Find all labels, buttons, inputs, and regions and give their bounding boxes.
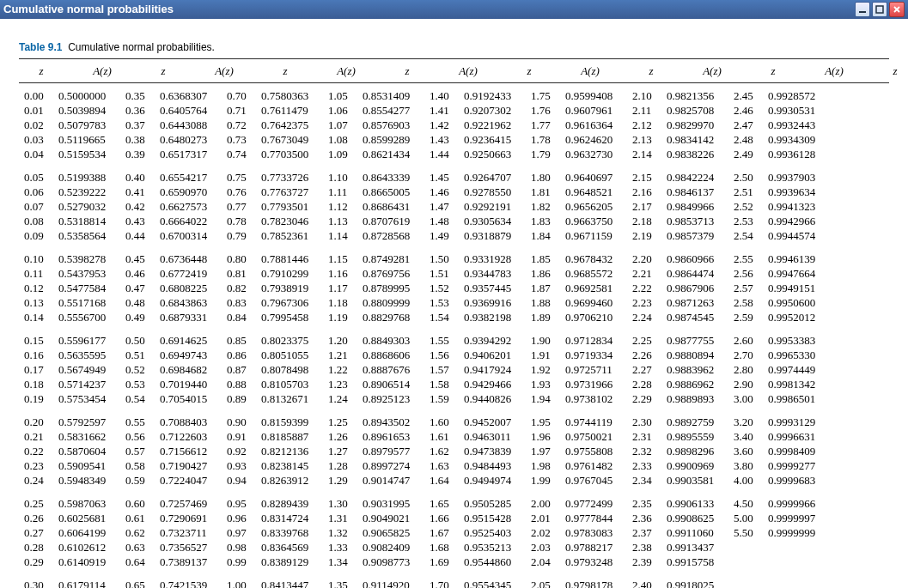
z-value: 1.59: [424, 391, 459, 406]
z-value: 0.91: [222, 429, 256, 444]
z-value: 2.18: [627, 214, 661, 228]
z-value: 1.07: [323, 118, 357, 132]
z-value: 0.95: [222, 496, 256, 511]
z-value: 0.56: [120, 429, 155, 444]
a-value: 0.8997274: [357, 458, 424, 473]
z-value: 0.93: [222, 458, 256, 473]
z-value: 0.23: [19, 458, 53, 473]
z-value: 0.57: [120, 444, 155, 458]
a-value: 0.9744119: [560, 415, 627, 429]
z-value: 0.75: [222, 170, 256, 185]
a-value: 0.9999277: [763, 458, 830, 473]
a-value: 0.7673049: [256, 132, 323, 147]
z-value: 0.28: [19, 540, 53, 555]
a-value: 0.9607961: [560, 103, 627, 118]
z-value: 2.46: [728, 103, 763, 118]
a-value: 0.8728568: [357, 228, 424, 243]
a-value: 0.8665005: [357, 185, 424, 199]
col-header-z: z: [873, 64, 908, 78]
z-value: 2.24: [627, 310, 661, 324]
a-value: 0.9750021: [560, 429, 627, 444]
a-value: 0.9950600: [763, 295, 830, 310]
z-value: 3.00: [728, 391, 763, 406]
z-value: 0.92: [222, 444, 256, 458]
z-value: 1.44: [424, 147, 459, 161]
z-value: 0.29: [19, 555, 53, 569]
z-value: 1.25: [323, 415, 357, 429]
z-value: 0.08: [19, 214, 53, 228]
z-value: 0.81: [222, 266, 256, 281]
a-value: 0.5987063: [53, 496, 120, 511]
a-value: 0.8023375: [256, 333, 323, 348]
a-value: 0.7421539: [155, 578, 222, 588]
a-value: 0.9292191: [459, 199, 526, 214]
z-value: 1.58: [424, 377, 459, 391]
z-value: 1.48: [424, 214, 459, 228]
a-value: 0.6914625: [155, 333, 222, 348]
a-value: 0.9049021: [357, 511, 424, 525]
a-value: 0.9678432: [560, 252, 627, 266]
z-value: 0.02: [19, 118, 53, 132]
a-value: 0.8621434: [357, 147, 424, 161]
z-value: 0.37: [120, 118, 155, 132]
a-value: 0.5596177: [53, 333, 120, 348]
z-value: 2.52: [728, 199, 763, 214]
a-value: 0.9952012: [763, 310, 830, 324]
z-value: 0.20: [19, 415, 53, 429]
a-value: 0.9892759: [661, 415, 728, 429]
a-value: 0.8868606: [357, 348, 424, 362]
a-value: 0.9937903: [763, 170, 830, 185]
z-value: 0.36: [120, 103, 155, 118]
z-value: 1.89: [526, 310, 560, 324]
z-value: 2.60: [728, 333, 763, 348]
a-value: 0.5079783: [53, 118, 120, 132]
minimize-button[interactable]: [855, 2, 870, 17]
a-value: 0.9331928: [459, 252, 526, 266]
a-value: 0.5000000: [53, 88, 120, 103]
z-value: 0.13: [19, 295, 53, 310]
a-value: 0.9864474: [661, 266, 728, 281]
a-value: 0.9834142: [661, 132, 728, 147]
a-value: 0.9685572: [560, 266, 627, 281]
z-value: 4.00: [728, 473, 763, 488]
z-value: 0.21: [19, 429, 53, 444]
a-value: 0.9793248: [560, 555, 627, 569]
a-value: 0.6772419: [155, 266, 222, 281]
z-value: 0.22: [19, 444, 53, 458]
z-value: 1.87: [526, 281, 560, 295]
z-value: 1.60: [424, 415, 459, 429]
z-value: 1.97: [526, 444, 560, 458]
z-value: 5.50: [728, 525, 763, 540]
maximize-button[interactable]: [872, 2, 887, 17]
a-value: 0.9671159: [560, 228, 627, 243]
col-header-z: z: [507, 64, 552, 78]
z-value: 0.01: [19, 103, 53, 118]
col-header-a: A(z): [795, 64, 873, 78]
a-value: 0.9986501: [763, 391, 830, 406]
a-value: 0.8238145: [256, 458, 323, 473]
a-value: 0.9965330: [763, 348, 830, 362]
a-value: 0.8212136: [256, 444, 323, 458]
a-value: 0.6879331: [155, 310, 222, 324]
close-button[interactable]: [889, 2, 905, 17]
a-value: 0.9494974: [459, 473, 526, 488]
a-value: 0.7389137: [155, 555, 222, 569]
a-value: 0.7054015: [155, 391, 222, 406]
col-header-z: z: [263, 64, 308, 78]
z-value: 1.21: [323, 348, 357, 362]
a-value: 0.9065825: [357, 525, 424, 540]
z-value: 1.94: [526, 391, 560, 406]
z-value: 2.47: [728, 118, 763, 132]
z-value: 1.09: [323, 147, 357, 161]
a-value: 0.9999683: [763, 473, 830, 488]
z-value: 1.75: [526, 88, 560, 103]
z-value: 2.56: [728, 266, 763, 281]
a-value: 0.9998409: [763, 444, 830, 458]
a-value: 0.9946139: [763, 252, 830, 266]
z-value: 2.21: [627, 266, 661, 281]
a-value: 0.5792597: [53, 415, 120, 429]
a-value: 0.9821356: [661, 88, 728, 103]
z-value: 2.23: [627, 295, 661, 310]
z-value: 1.47: [424, 199, 459, 214]
z-value: 0.07: [19, 199, 53, 214]
